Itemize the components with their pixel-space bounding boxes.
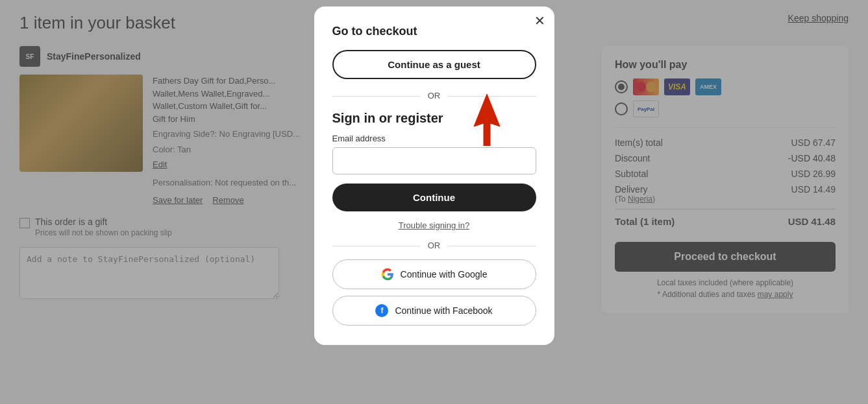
facebook-btn-label: Continue with Facebook (395, 305, 492, 316)
or-divider-1: OR (332, 91, 536, 101)
checkout-modal: ✕ Go to checkout Continue as a guest OR … (314, 6, 554, 345)
continue-as-guest-button[interactable]: Continue as a guest (332, 50, 536, 79)
google-icon (381, 268, 394, 281)
modal-close-button[interactable]: ✕ (534, 14, 545, 27)
modal-overlay: ✕ Go to checkout Continue as a guest OR … (0, 0, 868, 404)
facebook-icon: f (375, 304, 388, 317)
or-divider-2: OR (332, 241, 536, 250)
continue-with-google-button[interactable]: Continue with Google (332, 259, 536, 289)
trouble-signing-in-link[interactable]: Trouble signing in? (332, 220, 536, 230)
email-input[interactable] (332, 147, 536, 174)
modal-title: Go to checkout (332, 25, 536, 38)
email-label: Email address (332, 134, 536, 143)
sign-in-title: Sign in or register (332, 111, 536, 126)
continue-button[interactable]: Continue (332, 184, 536, 211)
continue-with-facebook-button[interactable]: f Continue with Facebook (332, 296, 536, 326)
google-btn-label: Continue with Google (401, 269, 488, 279)
